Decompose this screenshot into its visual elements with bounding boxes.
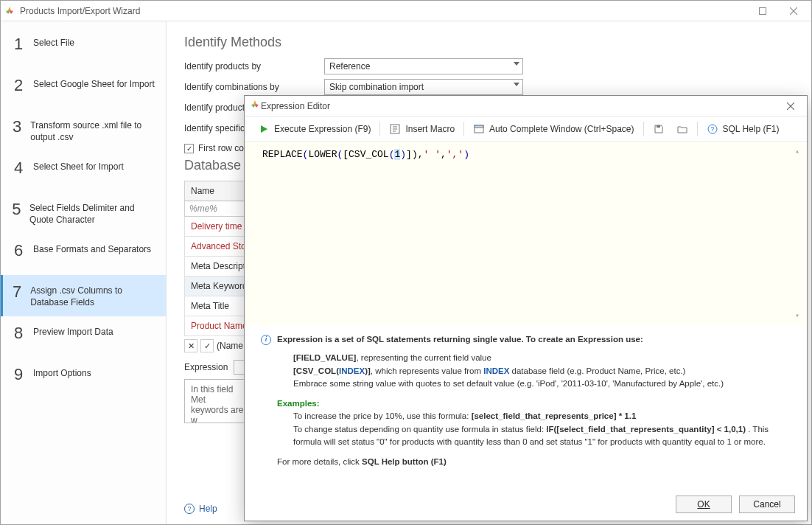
identify-combinations-row: Identify combinations by Skip combinatio…: [184, 78, 794, 96]
step-9[interactable]: 9Import Options: [1, 358, 166, 399]
autocomplete-icon: [473, 123, 485, 135]
insert-macro-button[interactable]: Insert Macro: [385, 121, 459, 137]
step-4[interactable]: 4Select Sheet for Import: [1, 151, 166, 192]
identify-methods-title: Identify Methods: [184, 35, 794, 50]
app-icon: [4, 5, 15, 17]
table-row[interactable]: Meta Description: [184, 257, 251, 277]
play-icon: [258, 123, 270, 135]
step-8[interactable]: 8Preview Import Data: [1, 316, 166, 358]
execute-expression-button[interactable]: Execute Expression (F9): [253, 121, 375, 137]
sql-help-button[interactable]: ? SQL Help (F1): [702, 121, 784, 137]
chevron-down-icon: [514, 83, 519, 86]
window-title: Products Import/Export Wizard: [20, 6, 748, 16]
step-5[interactable]: 5Select Fields Delimiter and Quote Chara…: [1, 192, 166, 234]
first-row-checkbox[interactable]: ✓: [184, 144, 194, 153]
name-cut-label: (Name: [217, 341, 243, 351]
open-script-button[interactable]: [672, 121, 693, 137]
table-row[interactable]: Advanced Stock: [184, 237, 251, 257]
filter-input[interactable]: %me%: [184, 201, 251, 217]
expression-label: Expression: [184, 362, 228, 372]
identify-products-label: Identify products by: [184, 61, 324, 72]
svg-text:?: ?: [710, 125, 714, 133]
editor-scrollbar[interactable]: ▴▾: [795, 146, 805, 321]
identify-products-select[interactable]: Reference: [324, 58, 523, 74]
ok-button[interactable]: OK: [676, 496, 732, 513]
info-panel: i Expression is a set of SQL statements …: [245, 326, 807, 488]
save-icon: [653, 123, 665, 135]
wizard-steps-sidebar: 1Select File 2Select Google Sheet for Im…: [1, 21, 167, 524]
maximize-button[interactable]: [748, 2, 777, 20]
svg-marker-5: [261, 125, 267, 133]
table-row[interactable]: Meta Keywords: [184, 277, 251, 296]
chevron-down-icon: [514, 62, 519, 66]
expression-textarea[interactable]: REPLACE(LOWER([CSV_COL(1)]),' ',',') ▴▾: [245, 142, 807, 326]
help-icon: ?: [707, 123, 718, 135]
table-row[interactable]: Meta Title: [184, 296, 251, 316]
autocomplete-button[interactable]: Auto Complete Window (Ctrl+Space): [469, 121, 638, 137]
folder-open-icon: [676, 123, 688, 135]
field-description: In this field Met keywords are w: [184, 379, 251, 423]
help-link[interactable]: ? Help: [184, 504, 217, 514]
modal-title: Expression Editor: [261, 101, 779, 111]
identify-products-row: Identify products by Reference: [184, 58, 794, 75]
modal-close-button[interactable]: [779, 97, 802, 115]
cancel-button[interactable]: Cancel: [739, 496, 795, 513]
svg-rect-9: [657, 125, 660, 128]
column-header-name[interactable]: Name: [184, 181, 251, 201]
save-script-button[interactable]: [648, 121, 669, 137]
svg-rect-8: [475, 125, 483, 128]
macro-icon: [389, 123, 401, 135]
titlebar: Products Import/Export Wizard: [1, 1, 811, 21]
main-window: Products Import/Export Wizard 1Select Fi…: [0, 0, 812, 525]
step-3[interactable]: 3Transform source .xml file to output .c…: [1, 110, 166, 151]
modal-titlebar: Expression Editor: [245, 96, 807, 117]
modal-toolbar: Execute Expression (F9) Insert Macro Aut…: [245, 117, 807, 142]
close-button[interactable]: [779, 2, 808, 20]
identify-combinations-select[interactable]: Skip combination import: [324, 79, 523, 95]
step-1[interactable]: 1Select File: [1, 27, 166, 69]
step-2[interactable]: 2Select Google Sheet for Import: [1, 69, 166, 110]
table-row[interactable]: Delivery time: [184, 217, 251, 237]
identify-combinations-label: Identify combinations by: [184, 82, 324, 92]
help-icon: ?: [184, 504, 195, 514]
check-button[interactable]: ✓: [200, 339, 214, 352]
app-icon: [249, 99, 261, 113]
svg-rect-0: [760, 7, 766, 14]
modal-footer: OK Cancel: [245, 488, 807, 521]
info-icon: i: [261, 335, 271, 345]
step-6[interactable]: 6Base Formats and Separators: [1, 234, 166, 275]
table-row[interactable]: Product Name: [184, 316, 251, 336]
remove-button[interactable]: ✕: [184, 339, 197, 352]
step-7[interactable]: 7Assign .csv Columns to Database Fields: [1, 275, 166, 316]
expression-editor-dialog: Expression Editor Execute Expression (F9…: [244, 95, 808, 521]
first-row-label: First row con: [198, 143, 249, 153]
